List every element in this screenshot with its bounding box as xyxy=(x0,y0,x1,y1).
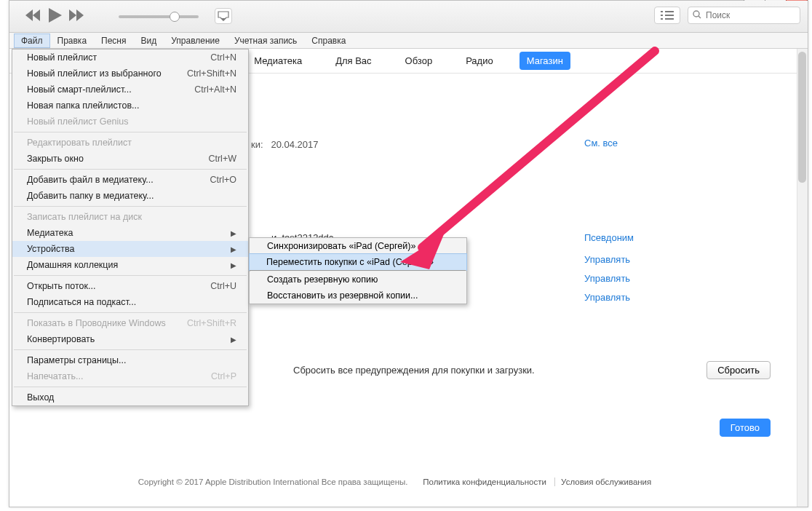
vertical-scrollbar[interactable] xyxy=(797,49,808,507)
menu-item: Показать в Проводнике WindowsCtrl+Shift+… xyxy=(12,315,248,331)
tab-для вас[interactable]: Для Вас xyxy=(328,52,378,70)
footer: Copyright © 2017 Apple Distribution Inte… xyxy=(9,478,786,486)
date-label: ки: xyxy=(251,139,263,150)
menubar-item-учетная запись[interactable]: Учетная запись xyxy=(227,33,304,48)
menubar-item-файл[interactable]: Файл xyxy=(14,33,50,48)
menu-item[interactable]: Конвертировать▶ xyxy=(12,331,248,347)
nickname-link[interactable]: Псевдоним xyxy=(584,232,634,243)
toolbar xyxy=(9,1,808,33)
terms-link[interactable]: Условия обслуживания xyxy=(554,478,657,486)
volume-thumb[interactable] xyxy=(170,12,180,22)
menu-item[interactable]: Домашняя коллекция▶ xyxy=(12,257,248,273)
menu-item[interactable]: Новый плейлист из выбранногоCtrl+Shift+N xyxy=(12,66,248,82)
tab-медиатека[interactable]: Медиатека xyxy=(247,52,309,70)
menu-item[interactable]: Добавить файл в медиатеку...Ctrl+O xyxy=(12,172,248,188)
menu-item[interactable]: Закрыть окноCtrl+W xyxy=(12,151,248,167)
submenu-arrow-icon: ▶ xyxy=(231,229,236,237)
menu-item: Напечатать...Ctrl+P xyxy=(12,368,248,384)
menubar-item-управление[interactable]: Управление xyxy=(164,33,227,48)
menu-item: Редактировать плейлист xyxy=(12,135,248,151)
menubar: ФайлПравкаПесняВидУправлениеУчетная запи… xyxy=(9,33,808,49)
tab-обзор[interactable]: Обзор xyxy=(398,52,440,70)
menu-item[interactable]: Новая папка плейлистов... xyxy=(12,98,248,114)
file-menu-popup: Новый плейлистCtrl+NНовый плейлист из вы… xyxy=(12,49,249,406)
submenu-arrow-icon: ▶ xyxy=(231,245,236,253)
svg-line-1 xyxy=(698,16,701,18)
search-field[interactable] xyxy=(688,7,800,24)
scrollbar-thumb[interactable] xyxy=(798,52,806,183)
submenu-item[interactable]: Синхронизировать «iPad (Сергей)» xyxy=(250,238,466,254)
footer-copyright: Copyright © 2017 Apple Distribution Inte… xyxy=(138,478,408,486)
menu-item[interactable]: Подписаться на подкаст... xyxy=(12,294,248,310)
tab-радио[interactable]: Радио xyxy=(458,52,501,70)
manage-link-2[interactable]: Управлять xyxy=(584,273,630,284)
submenu-item[interactable]: Переместить покупки с «iPad (Сергей)» xyxy=(249,253,467,271)
menubar-item-правка[interactable]: Правка xyxy=(50,33,95,48)
menu-item[interactable]: Новый смарт-плейлист...Ctrl+Alt+N xyxy=(12,82,248,98)
tab-магазин[interactable]: Магазин xyxy=(520,52,570,70)
menubar-item-вид[interactable]: Вид xyxy=(134,33,164,48)
svg-point-0 xyxy=(693,11,699,17)
reset-warnings-text: Сбросить все предупреждения для покупки … xyxy=(293,365,535,376)
menu-item[interactable]: Устройства▶ xyxy=(12,241,248,257)
play-button[interactable] xyxy=(49,8,62,23)
privacy-link[interactable]: Политика конфиденциальности xyxy=(417,478,552,486)
volume-slider[interactable] xyxy=(119,15,199,18)
date-row: ки: 20.04.2017 xyxy=(251,139,318,150)
playback-controls xyxy=(25,8,85,23)
devices-submenu-popup: Синхронизировать «iPad (Сергей)»Перемест… xyxy=(249,237,467,304)
menubar-item-справка[interactable]: Справка xyxy=(304,33,353,48)
submenu-item[interactable]: Создать резервную копию xyxy=(250,272,466,288)
reset-warnings-row: Сбросить все предупреждения для покупки … xyxy=(293,361,771,379)
manage-link-3[interactable]: Управлять xyxy=(584,292,630,303)
search-input[interactable] xyxy=(706,10,795,20)
submenu-item[interactable]: Восстановить из резервной копии... xyxy=(250,288,466,304)
airplay-button[interactable] xyxy=(215,8,232,24)
menu-item: Новый плейлист Genius xyxy=(12,114,248,130)
menu-item[interactable]: Выход xyxy=(12,389,248,405)
date-value: 20.04.2017 xyxy=(271,139,318,150)
prev-track-button[interactable] xyxy=(25,9,41,21)
menu-item[interactable]: Добавить папку в медиатеку... xyxy=(12,188,248,204)
menu-item[interactable]: Медиатека▶ xyxy=(12,225,248,241)
list-view-button[interactable] xyxy=(654,7,680,24)
next-track-button[interactable] xyxy=(69,9,85,21)
done-button[interactable]: Готово xyxy=(720,419,771,437)
see-all-link[interactable]: См. все xyxy=(584,138,618,148)
menu-item[interactable]: Новый плейлистCtrl+N xyxy=(12,49,248,66)
submenu-arrow-icon: ▶ xyxy=(231,261,236,269)
reset-button[interactable]: Сбросить xyxy=(706,361,771,379)
submenu-arrow-icon: ▶ xyxy=(231,336,236,344)
toolbar-right xyxy=(654,7,800,24)
search-icon xyxy=(693,9,701,22)
manage-link-1[interactable]: Управлять xyxy=(584,254,630,265)
menu-item: Записать плейлист на диск xyxy=(12,209,248,225)
menu-item[interactable]: Параметры страницы... xyxy=(12,352,248,368)
menu-item[interactable]: Открыть поток...Ctrl+U xyxy=(12,278,248,294)
menubar-item-песня[interactable]: Песня xyxy=(94,33,133,48)
